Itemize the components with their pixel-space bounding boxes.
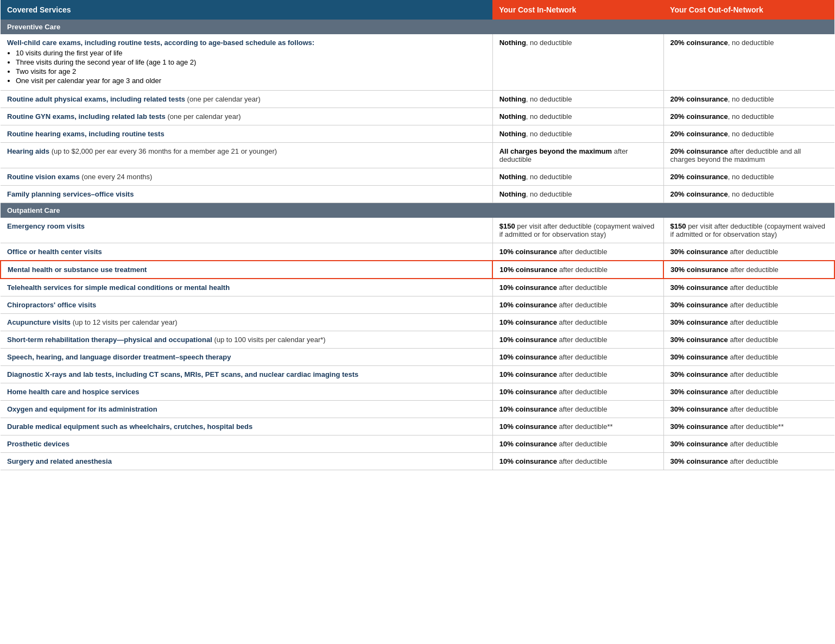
in-network-cost-bold: 10% coinsurance — [499, 301, 557, 309]
out-network-cell: 20% coinsurance, no deductible — [663, 125, 834, 143]
service-cell: Chiropractors' office visits — [1, 296, 492, 314]
in-network-cost-bold: Nothing — [499, 95, 526, 103]
in-network-cost-bold: Nothing — [499, 39, 526, 47]
service-note: (one per calendar year) — [166, 112, 241, 121]
list-item: One visit per calendar year for age 3 an… — [16, 77, 486, 85]
out-network-cost-normal: after deductible — [728, 370, 779, 378]
service-name: Emergency room visits — [7, 222, 85, 230]
in-network-cell: 10% coinsurance after deductible — [492, 401, 663, 418]
service-name: Diagnostic X-rays and lab tests, includi… — [7, 370, 358, 378]
table-row: Mental health or substance use treatment… — [1, 261, 834, 279]
in-network-cost-normal: after deductible — [557, 318, 608, 326]
in-network-cost-normal: , no deductible — [526, 130, 572, 138]
table-row: Home health care and hospice services10%… — [1, 383, 834, 401]
in-network-cell: Nothing, no deductible — [492, 108, 663, 125]
table-row: Emergency room visits$150 per visit afte… — [1, 218, 834, 243]
out-network-cost-normal: , no deductible — [728, 95, 774, 103]
out-network-cell: 20% coinsurance, no deductible — [663, 91, 834, 108]
out-network-cost-normal: after deductible — [728, 283, 779, 292]
section-header-label: Outpatient Care — [1, 203, 834, 218]
out-network-cell: 30% coinsurance after deductible — [663, 366, 834, 383]
out-network-cell: 30% coinsurance after deductible — [663, 279, 834, 296]
in-network-cost-bold: 10% coinsurance — [499, 283, 557, 292]
in-network-cell: 10% coinsurance after deductible — [492, 261, 663, 279]
in-network-cost-normal: after deductible — [557, 440, 608, 448]
out-network-cell: 30% coinsurance after deductible — [663, 243, 834, 261]
list-item: Two visits for age 2 — [16, 67, 486, 75]
out-network-cost-bold: 30% coinsurance — [670, 370, 728, 378]
service-name: Short-term rehabilitation therapy—physic… — [7, 336, 212, 344]
in-network-cost-bold: Nothing — [499, 190, 526, 198]
out-network-cell: 20% coinsurance, no deductible — [663, 108, 834, 125]
in-network-cost-bold: 10% coinsurance — [499, 370, 557, 378]
in-network-cost-bold: 10% coinsurance — [499, 422, 557, 431]
in-network-cost-bold: 10% coinsurance — [499, 336, 557, 344]
in-network-cost-normal: , no deductible — [526, 39, 572, 47]
out-network-cost-bold: 30% coinsurance — [670, 336, 728, 344]
in-network-cost-bold: Nothing — [499, 112, 526, 121]
in-network-cell: 10% coinsurance after deductible — [492, 243, 663, 261]
service-cell: Diagnostic X-rays and lab tests, includi… — [1, 366, 492, 383]
out-network-cost-bold: 30% coinsurance — [670, 301, 728, 309]
in-network-cell: Nothing, no deductible — [492, 34, 663, 91]
out-network-cost-bold: 30% coinsurance — [670, 440, 728, 448]
service-cell: Hearing aids (up to $2,000 per ear every… — [1, 143, 492, 168]
out-network-cost-normal: , no deductible — [728, 173, 774, 181]
benefits-table-container: Covered Services Your Cost In-Network Yo… — [0, 0, 835, 470]
section-header-row: Preventive Care — [1, 20, 834, 34]
in-network-cell: Nothing, no deductible — [492, 125, 663, 143]
out-network-cell: 30% coinsurance after deductible — [663, 383, 834, 401]
table-row: Chiropractors' office visits10% coinsura… — [1, 296, 834, 314]
service-name: Surgery and related anesthesia — [7, 457, 112, 465]
out-network-cost-normal: after deductible — [728, 301, 779, 309]
header-out-network: Your Cost Out-of-Network — [663, 0, 834, 20]
in-network-cell: 10% coinsurance after deductible — [492, 435, 663, 453]
out-network-cell: 20% coinsurance after deductible and all… — [663, 143, 834, 168]
service-note: (one every 24 months) — [80, 173, 153, 181]
service-cell: Speech, hearing, and language disorder t… — [1, 349, 492, 366]
table-row: Short-term rehabilitation therapy—physic… — [1, 331, 834, 349]
service-name: Office or health center visits — [7, 248, 102, 256]
service-name: Telehealth services for simple medical c… — [7, 283, 230, 292]
out-network-cell: 20% coinsurance, no deductible — [663, 186, 834, 203]
out-network-cell: 30% coinsurance after deductible — [663, 331, 834, 349]
section-header-label: Preventive Care — [1, 20, 834, 34]
out-network-cell: 20% coinsurance, no deductible — [663, 34, 834, 91]
in-network-cell: 10% coinsurance after deductible — [492, 366, 663, 383]
in-network-cost-normal: , no deductible — [526, 112, 572, 121]
list-item: 10 visits during the first year of life — [16, 49, 486, 57]
service-cell: Well-child care exams, including routine… — [1, 34, 492, 91]
service-name: Home health care and hospice services — [7, 388, 140, 396]
service-cell: Routine hearing exams, including routine… — [1, 125, 492, 143]
in-network-cost-normal: after deductible — [557, 301, 608, 309]
list-item: Three visits during the second year of l… — [16, 58, 486, 66]
in-network-cost-bold: 10% coinsurance — [499, 248, 557, 256]
service-cell: Family planning services–office visits — [1, 186, 492, 203]
table-row: Acupuncture visits (up to 12 visits per … — [1, 314, 834, 331]
out-network-cell: 30% coinsurance after deductible — [663, 314, 834, 331]
service-name: Mental health or substance use treatment — [8, 266, 147, 274]
service-note: (one per calendar year) — [185, 95, 261, 103]
in-network-cell: 10% coinsurance after deductible — [492, 279, 663, 296]
service-cell: Short-term rehabilitation therapy—physic… — [1, 331, 492, 349]
service-cell: Routine vision exams (one every 24 month… — [1, 168, 492, 186]
section-header-row: Outpatient Care — [1, 203, 834, 218]
in-network-cell: All charges beyond the maximum after ded… — [492, 143, 663, 168]
table-row: Prosthetic devices10% coinsurance after … — [1, 435, 834, 453]
benefits-table: Covered Services Your Cost In-Network Yo… — [0, 0, 835, 470]
service-list: 10 visits during the first year of lifeT… — [16, 49, 486, 85]
in-network-cost-normal: after deductible — [557, 370, 608, 378]
in-network-cost-normal: , no deductible — [526, 190, 572, 198]
in-network-cell: 10% coinsurance after deductible — [492, 349, 663, 366]
in-network-cell: 10% coinsurance after deductible — [492, 383, 663, 401]
header-in-network: Your Cost In-Network — [492, 0, 663, 20]
table-row: Telehealth services for simple medical c… — [1, 279, 834, 296]
in-network-cost-normal: after deductible — [557, 457, 608, 465]
in-network-cell: 10% coinsurance after deductible — [492, 314, 663, 331]
out-network-cell: 30% coinsurance after deductible — [663, 453, 834, 470]
service-note: (up to 12 visits per calendar year) — [71, 318, 178, 326]
out-network-cost-normal: per visit after deductible (copayment wa… — [670, 222, 825, 238]
table-row: Routine GYN exams, including related lab… — [1, 108, 834, 125]
out-network-cell: 30% coinsurance after deductible — [663, 296, 834, 314]
table-row: Hearing aids (up to $2,000 per ear every… — [1, 143, 834, 168]
